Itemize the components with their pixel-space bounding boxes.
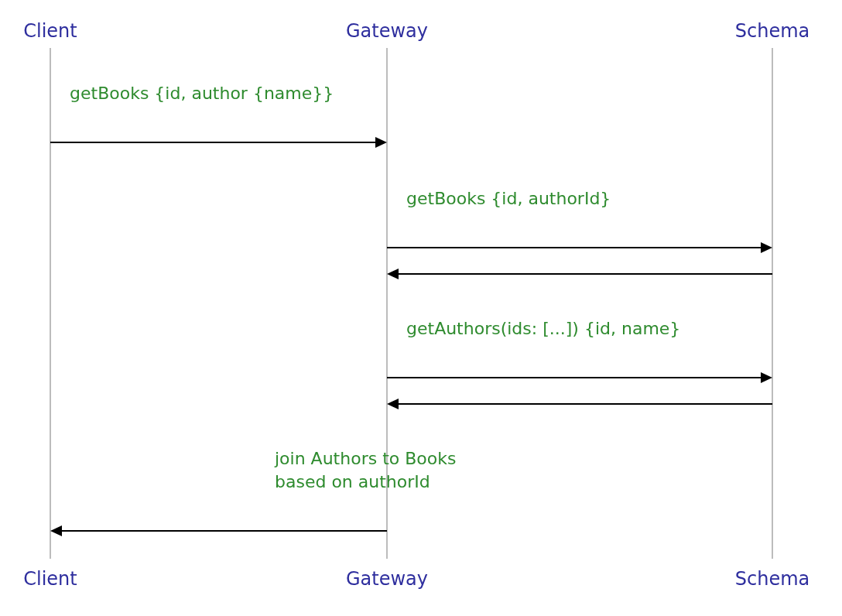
message-2-label: getBooks {id, authorId} — [406, 189, 611, 208]
message-3-arrowhead — [387, 269, 399, 279]
participant-schema-top: Schema — [735, 20, 810, 42]
participant-client-top: Client — [23, 20, 77, 42]
message-6-arrowhead — [50, 525, 62, 536]
message-6-label-line1: join Authors to Books — [274, 449, 456, 468]
message-5-arrowhead — [387, 399, 399, 409]
message-4-arrowhead — [761, 372, 772, 383]
message-6-label-line2: based on authorId — [275, 472, 430, 491]
participant-gateway-bottom: Gateway — [346, 568, 428, 590]
sequence-diagram: Client Gateway Schema getBooks {id, auth… — [0, 0, 842, 616]
message-2-arrowhead — [761, 242, 772, 253]
participant-gateway-top: Gateway — [346, 20, 428, 42]
participant-client-bottom: Client — [23, 568, 77, 590]
message-4-label: getAuthors(ids: [...]) {id, name} — [406, 319, 680, 338]
participant-schema-bottom: Schema — [735, 568, 810, 590]
message-1-label: getBooks {id, author {name}} — [70, 84, 334, 103]
message-1-arrowhead — [375, 137, 387, 148]
